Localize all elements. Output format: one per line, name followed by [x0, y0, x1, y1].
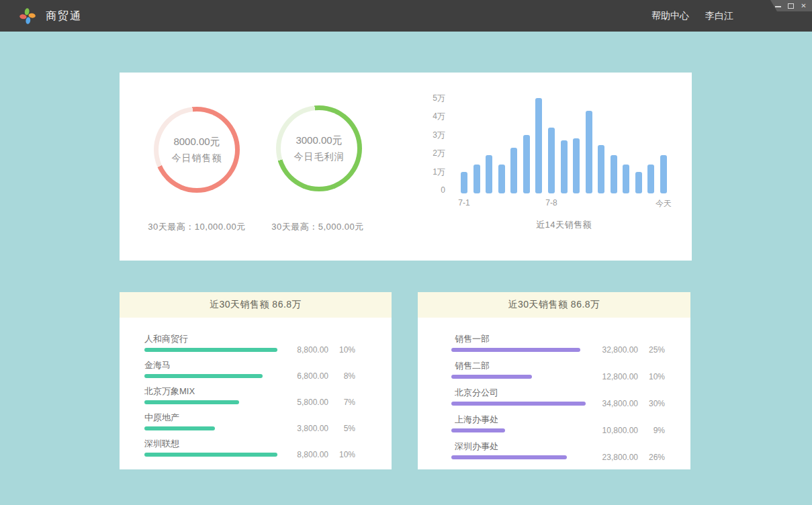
- donut-center: 3000.00元 今日毛利润: [281, 110, 357, 187]
- donut-today-profit: 3000.00元 今日毛利润: [276, 105, 362, 191]
- ranking-row-amount: 12,800.00: [602, 372, 638, 381]
- close-icon[interactable]: ✕: [800, 2, 807, 9]
- ranking-row: 北京万象MIX5,800.007%: [144, 386, 355, 404]
- progress-track: [144, 453, 280, 457]
- ranking-row: 深圳办事处23,800.0026%: [451, 441, 665, 459]
- ranking-row-percent: 5%: [334, 424, 355, 433]
- ranking-row-label: 上海办事处: [451, 414, 586, 425]
- help-center-link[interactable]: 帮助中心: [651, 10, 689, 22]
- bar: [573, 138, 580, 193]
- x-axis-tick: 7-8: [531, 198, 572, 208]
- ranking-row-percent: 7%: [334, 398, 355, 407]
- bar: [623, 165, 629, 193]
- ranking-row-amount: 5,800.00: [297, 398, 328, 407]
- bar: [510, 148, 517, 193]
- progress-bar: [144, 453, 277, 457]
- ranking-row-amount: 8,800.00: [297, 345, 328, 355]
- ranking-row-label: 北京万象MIX: [144, 386, 280, 397]
- bar: [586, 111, 592, 193]
- ranking-row-percent: 26%: [643, 453, 665, 462]
- user-menu[interactable]: 李白江: [705, 10, 733, 22]
- progress-track: [144, 348, 280, 352]
- bar: [473, 165, 480, 193]
- progress-bar: [451, 375, 532, 379]
- donut-today-sales: 8000.00元 今日销售额: [154, 107, 240, 193]
- ranking-row: 深圳联想8,800.0010%: [144, 439, 355, 457]
- ranking-row-percent: 30%: [643, 399, 665, 408]
- ranking-row-percent: 25%: [643, 345, 665, 355]
- progress-track: [144, 374, 280, 378]
- y-axis-tick: 2万: [425, 148, 445, 158]
- progress-track: [451, 455, 586, 459]
- ranking-row-label: 销售一部: [451, 334, 586, 345]
- bar: [498, 165, 505, 193]
- y-axis-tick: 1万: [425, 167, 445, 177]
- donut-center: 8000.00元 今日销售额: [159, 111, 235, 188]
- progress-bar: [144, 374, 263, 378]
- ranking-row-percent: 9%: [643, 426, 665, 435]
- ranking-row: 销售一部32,800.0025%: [451, 334, 665, 352]
- ranking-row: 北京分公司34,800.0030%: [451, 387, 665, 406]
- ranking-row-label: 北京分公司: [451, 387, 586, 398]
- x-axis-tick: 今天: [643, 198, 684, 210]
- bar: [461, 172, 467, 193]
- ranking-rows: 销售一部32,800.0025%销售二部12,800.0010%北京分公司34,…: [418, 318, 690, 459]
- ranking-row: 人和商贸行8,800.0010%: [144, 334, 355, 352]
- bar-chart-title: 近14天销售额: [461, 219, 667, 231]
- progress-bar: [144, 400, 239, 404]
- progress-track: [451, 402, 586, 406]
- ranking-row-label: 金海马: [144, 360, 280, 371]
- department-sales-ranking-card: 近30天销售额 86.8万 销售一部32,800.0025%销售二部12,800…: [418, 292, 690, 469]
- ranking-row-amount: 8,800.00: [297, 450, 328, 459]
- progress-track: [144, 426, 280, 430]
- titlebar: 商贸通 帮助中心 李白江 ✕: [0, 0, 812, 32]
- ranking-row: 金海马6,800.008%: [144, 360, 355, 378]
- bar: [486, 155, 492, 193]
- progress-track: [144, 400, 280, 404]
- today-sales-label: 今日销售额: [172, 152, 222, 165]
- today-profit-label: 今日毛利润: [294, 151, 345, 163]
- progress-bar: [144, 426, 215, 430]
- ranking-card-title: 近30天销售额 86.8万: [120, 292, 392, 318]
- minimize-icon[interactable]: [774, 2, 782, 9]
- bar: [523, 135, 530, 193]
- ranking-row-amount: 34,800.00: [602, 399, 638, 408]
- progress-track: [451, 375, 586, 379]
- y-axis-tick: 4万: [425, 111, 445, 122]
- ranking-row-amount: 32,800.00: [602, 345, 638, 355]
- ranking-rows: 人和商贸行8,800.0010%金海马6,800.008%北京万象MIX5,80…: [120, 318, 392, 457]
- ranking-row-percent: 8%: [334, 371, 355, 381]
- ranking-row-amount: 6,800.00: [297, 371, 328, 381]
- ranking-row-percent: 10%: [334, 450, 355, 459]
- bar-chart-plot: [461, 91, 667, 193]
- progress-track: [451, 428, 586, 432]
- ranking-row: 上海办事处10,800.009%: [451, 414, 665, 432]
- ranking-row-percent: 10%: [643, 372, 665, 381]
- bar: [635, 172, 642, 193]
- maximize-icon[interactable]: [787, 2, 795, 9]
- today-sales-value: 8000.00元: [173, 136, 220, 148]
- y-axis-tick: 0: [425, 185, 445, 195]
- y-axis-tick: 3万: [425, 130, 445, 140]
- bar: [647, 165, 654, 193]
- bar: [660, 155, 667, 193]
- ranking-row: 销售二部12,800.0010%: [451, 361, 665, 379]
- window-controls: ✕: [770, 0, 812, 11]
- ranking-row-label: 中原地产: [144, 412, 280, 423]
- app-logo-icon: [19, 7, 36, 25]
- progress-bar: [451, 402, 586, 406]
- progress-bar: [144, 348, 277, 352]
- dashboard-page: 8000.00元 今日销售额 30天最高：10,000.00元 3000.00元…: [0, 32, 812, 505]
- ranking-row-label: 人和商贸行: [144, 334, 280, 345]
- bar: [535, 98, 542, 193]
- sales-14day-bar-chart: 5万4万3万2万1万0 7-17-8今天 近14天销售额: [425, 91, 680, 246]
- progress-bar: [451, 428, 505, 432]
- app-title: 商贸通: [46, 0, 82, 32]
- bar: [548, 128, 555, 193]
- ranking-row-amount: 10,800.00: [602, 426, 638, 435]
- today-profit-value: 3000.00元: [296, 134, 342, 147]
- ranking-row-label: 深圳联想: [144, 439, 280, 449]
- ranking-card-title: 近30天销售额 86.8万: [418, 292, 690, 318]
- ranking-row-percent: 10%: [334, 345, 355, 355]
- y-axis-tick: 5万: [425, 93, 445, 103]
